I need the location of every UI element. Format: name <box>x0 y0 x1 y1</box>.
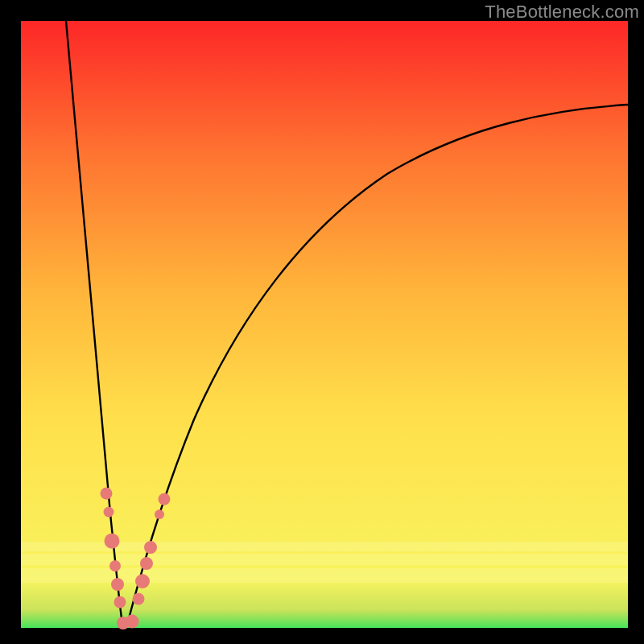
dot <box>126 615 139 629</box>
dots-group <box>101 488 171 630</box>
dot <box>155 510 164 519</box>
chart-frame: TheBottleneck.com <box>0 0 644 644</box>
watermark-text: TheBottleneck.com <box>485 2 639 23</box>
dot <box>114 597 126 609</box>
dot <box>159 493 171 506</box>
dot <box>144 541 157 554</box>
dot <box>135 574 150 588</box>
dot <box>140 557 153 570</box>
right-curve <box>127 105 628 625</box>
dot <box>105 534 120 549</box>
dot <box>133 593 145 605</box>
dot <box>111 578 124 591</box>
dot <box>101 488 113 500</box>
dot <box>104 507 114 518</box>
chart-svg <box>21 21 628 628</box>
plot-area <box>21 21 628 628</box>
dot <box>109 560 121 572</box>
